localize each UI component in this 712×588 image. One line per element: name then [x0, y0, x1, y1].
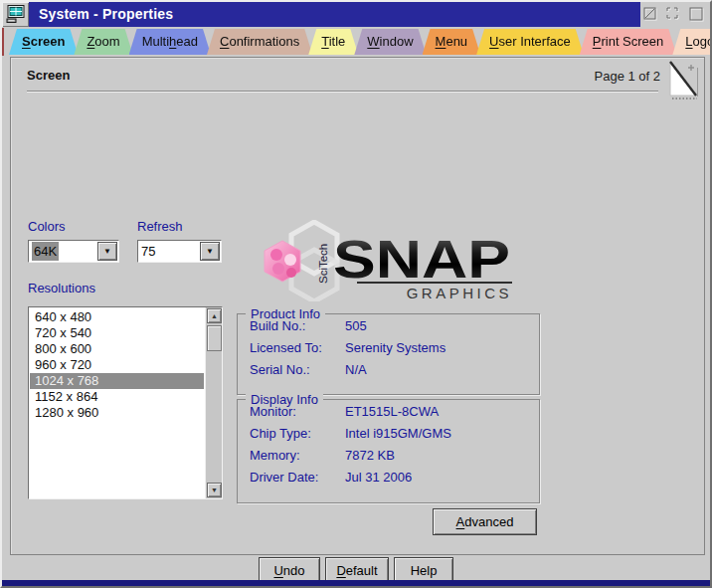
logo-scitech-text: SciTech — [317, 244, 329, 284]
info-row-label: Memory: — [238, 448, 345, 463]
advanced-button[interactable]: Advanced — [433, 508, 537, 535]
system-properties-window: System - Properties — [0, 0, 712, 588]
tab-user-interface[interactable]: User Interface — [476, 29, 584, 55]
button-label-mnemonic: D — [336, 563, 345, 578]
resolution-item[interactable]: 800 x 600 — [30, 341, 204, 357]
info-row-value: 7872 KB — [345, 448, 395, 463]
tab-multihead[interactable]: Multihead — [129, 29, 211, 55]
info-row-label: Driver Date: — [238, 470, 345, 485]
info-row-value: N/A — [345, 362, 367, 377]
maximize-icon — [689, 7, 704, 22]
info-row-label: Chip Type: — [238, 426, 345, 441]
tab-print-screen[interactable]: Print Screen — [580, 29, 677, 55]
scroll-down-icon: ▼ — [211, 487, 218, 493]
page-indicator: Page 1 of 2 — [595, 69, 661, 84]
refresh-combobox[interactable]: 75 ▼ — [137, 240, 222, 263]
resolutions-scrollbar[interactable]: ▲ ▼ — [205, 307, 222, 498]
tab-label-mnemonic: C — [220, 34, 229, 49]
title-bar[interactable]: System - Properties — [29, 2, 640, 27]
info-row-label: Serial No.: — [238, 362, 345, 377]
scrollbar-thumb[interactable] — [207, 325, 222, 351]
minimize-icon — [666, 7, 681, 22]
page-turn-corner[interactable] — [669, 60, 699, 105]
button-label-post: efault — [346, 563, 378, 578]
tab-label-post: enu — [445, 34, 467, 49]
tab-menu[interactable]: Menu — [423, 29, 481, 55]
desktop-bottom-artifact — [2, 580, 710, 586]
tab-label-mnemonic: L — [685, 34, 692, 49]
tab-label-post: ead — [176, 34, 198, 49]
hide-button[interactable] — [642, 7, 659, 23]
system-icon — [6, 5, 26, 24]
resolutions-listbox: 640 x 480 720 x 540 800 x 600 960 x 720 … — [28, 306, 223, 499]
resolution-item[interactable]: 640 x 480 — [30, 309, 204, 325]
maximize-button[interactable] — [688, 7, 705, 23]
tab-label-post: onfirmations — [229, 34, 299, 49]
snap-graphics-logo: SciTech SNAP GRAPHICS — [262, 220, 540, 305]
info-row: Serial No.: N/A — [238, 358, 539, 380]
tab-label-post: ogo — [693, 34, 712, 49]
tab-label-mnemonic: S — [22, 34, 31, 49]
page-title: Screen — [27, 68, 70, 83]
system-menu-button[interactable] — [2, 2, 29, 27]
info-row-value: 505 — [345, 318, 367, 333]
resolution-item-selected[interactable]: 1024 x 768 — [30, 373, 204, 389]
colors-combobox[interactable]: 64K ▼ — [28, 240, 119, 263]
colors-value: 64K — [32, 242, 59, 261]
tab-screen[interactable]: Screen — [9, 29, 78, 55]
tab-label-mnemonic: T — [321, 34, 328, 49]
button-label-pre: Help — [411, 563, 438, 578]
info-row-value: Serenity Systems — [345, 340, 445, 355]
notebook-page: Screen Page 1 of 2 Colors 64K ▼ Refresh … — [10, 57, 705, 555]
window-title: System - Properties — [39, 6, 173, 22]
tab-label-pre: Multi — [142, 34, 169, 49]
display-info-group: Display Info Monitor: ET1515L-8CWA Chip … — [237, 399, 540, 503]
logo-snap-text: SNAP — [333, 229, 510, 289]
button-label-mnemonic: U — [273, 563, 282, 578]
tab-zoom[interactable]: Zoom — [74, 29, 132, 55]
snap-logo-graphic: SciTech SNAP GRAPHICS — [262, 220, 540, 301]
info-row-label: Licensed To: — [238, 340, 345, 355]
product-info-group: Product Info Build No.: 505 Licensed To:… — [237, 313, 540, 395]
window-controls — [640, 2, 710, 27]
resolutions-list: 640 x 480 720 x 540 800 x 600 960 x 720 … — [30, 309, 204, 421]
title-row: System - Properties — [2, 2, 710, 27]
header-separator — [27, 91, 658, 93]
scroll-up-button[interactable]: ▲ — [207, 308, 222, 323]
dropdown-arrow-icon: ▼ — [103, 247, 111, 256]
desktop-edge-artifact — [2, 28, 4, 56]
tab-title[interactable]: Title — [308, 29, 358, 55]
info-row: Chip Type: Intel i915GM/GMS — [238, 422, 539, 444]
tab-label-post: ser Interface — [499, 34, 571, 49]
resolution-item[interactable]: 720 x 540 — [30, 325, 204, 341]
colors-label: Colors — [28, 219, 66, 234]
product-info-title: Product Info — [246, 306, 325, 321]
info-row-value: Jul 31 2006 — [345, 470, 412, 485]
tab-label-mnemonic: U — [489, 34, 498, 49]
logo-graphics-text: GRAPHICS — [407, 285, 512, 301]
colors-dropdown-button[interactable]: ▼ — [97, 242, 117, 261]
resolution-item[interactable]: 1152 x 864 — [30, 389, 204, 405]
button-label-post: ndo — [283, 563, 305, 578]
refresh-value: 75 — [141, 243, 155, 260]
notebook-tabs: Screen Zoom Multihead Confirmations Titl… — [9, 29, 712, 55]
info-row: Licensed To: Serenity Systems — [238, 336, 539, 358]
tab-confirmations[interactable]: Confirmations — [207, 29, 312, 55]
scroll-up-icon: ▲ — [211, 312, 218, 319]
info-row-value: ET1515L-8CWA — [345, 404, 439, 419]
refresh-dropdown-button[interactable]: ▼ — [200, 242, 220, 261]
resolution-item[interactable]: 960 x 720 — [30, 357, 204, 373]
tab-window[interactable]: Window — [354, 29, 426, 55]
info-row: Memory: 7872 KB — [238, 444, 539, 466]
scroll-down-button[interactable]: ▼ — [207, 483, 222, 497]
dropdown-arrow-icon: ▼ — [206, 247, 214, 256]
tab-label-post: creen — [31, 34, 66, 49]
button-label-mnemonic: A — [456, 514, 465, 529]
tab-label-post: oom — [94, 34, 119, 49]
resolution-item[interactable]: 1280 x 960 — [30, 405, 204, 421]
page-turn-icon — [669, 60, 699, 101]
button-label-post: dvanced — [464, 514, 513, 529]
info-row: Driver Date: Jul 31 2006 — [238, 466, 539, 488]
minimize-button[interactable] — [665, 7, 682, 23]
tab-logo[interactable]: Logo — [672, 29, 712, 55]
